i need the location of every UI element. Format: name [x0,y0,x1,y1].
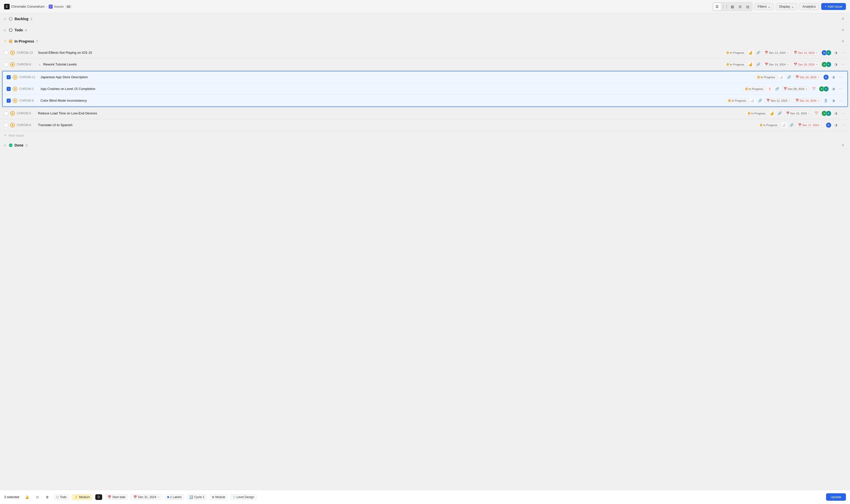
link-icon-chrom8[interactable]: 🔗 [757,97,763,104]
start-date-clear-chrom8[interactable]: × [789,99,790,102]
bottom-notify-btn[interactable]: 🔔 [23,494,31,500]
more-btn-chrom11[interactable]: ··· [838,75,843,79]
theme-icon-chrom5[interactable]: ◑ [833,110,839,116]
more-btn-chrom2[interactable]: ··· [838,87,843,91]
status-tag-chrom11[interactable]: In Progress [755,75,777,79]
start-date-chrom5[interactable]: 📅 Nov 10, 2024 × [784,111,812,116]
add-issue-button[interactable]: + Add Issue [821,3,846,10]
more-btn-chrom9[interactable]: ··· [840,62,846,67]
issue-row-chrom11[interactable]: ✓ CHROM-11 Japanese App Store Descriptio… [3,71,847,83]
due-date-clear-chrom9[interactable]: × [816,63,817,66]
gantt-view-btn[interactable]: ▤ [744,3,752,10]
theme-icon-chrom2[interactable]: ◑ [830,86,836,92]
start-date-clear-chrom5[interactable]: × [808,112,810,115]
group-backlog[interactable]: ▷ Backlog 2 + [0,13,850,24]
checkbox-chrom6[interactable] [4,123,8,127]
avatar-group-icon-chrom8[interactable]: 👤 [823,97,829,104]
more-btn-chrom5[interactable]: ··· [840,111,846,116]
start-date-clear-chrom2[interactable]: × [806,87,807,90]
priority-chrom8[interactable] [750,98,756,104]
start-date-chrom2[interactable]: 📅 Dec 08, 2024 × [782,86,809,91]
issue-row-chrom8[interactable]: ✓ CHROM-8 Color Blind Mode Inconsistency… [3,95,847,107]
group-in-progress[interactable]: ▽ In Progress 7 + [0,36,850,47]
priority-chrom13[interactable] [748,50,754,56]
checkbox-chrom9[interactable] [4,62,8,67]
link-icon-chrom5[interactable]: 🔗 [777,110,783,116]
theme-icon-chrom11[interactable]: ◑ [830,74,836,80]
bottom-assignee-btn[interactable]: D [95,494,102,500]
bottom-module-btn[interactable]: ⧉ Module [210,494,228,500]
link-icon-chrom13[interactable]: 🔗 [755,50,761,56]
bottom-cycle-btn[interactable]: 🔄 Cycle 2 [187,494,206,500]
bottom-priority-btn[interactable]: ⚡ Medium [72,494,92,500]
due-date-clear-chrom11[interactable]: × [818,76,819,79]
bottom-status-btn[interactable]: Todo [54,494,69,500]
bottom-end-date-clear[interactable]: × [158,496,159,499]
link-icon-chrom9[interactable]: 🔗 [755,61,761,68]
status-tag-chrom13[interactable]: In Progress [724,51,746,55]
priority-chrom9[interactable] [748,62,754,67]
due-date-placeholder-chrom2[interactable]: 📅 [811,86,817,92]
more-btn-chrom13[interactable]: ··· [840,51,846,55]
due-date-clear-chrom8[interactable]: × [818,99,819,102]
link-icon-chrom6[interactable]: 🔗 [789,122,795,128]
bottom-archive-btn[interactable]: ⊡ [34,494,41,500]
theme-icon-chrom6[interactable]: ◑ [833,122,839,128]
board-view-btn[interactable]: ⋮⋮ [721,3,728,10]
start-date-clear-chrom13[interactable]: × [787,51,788,54]
issue-row-chrom2[interactable]: ✓ CHROM-2 App Crashes on Level 15 Comple… [3,83,847,95]
more-btn-chrom8[interactable]: ··· [838,98,843,103]
new-issue-row[interactable]: + New Issue [0,131,850,140]
checkbox-chrom11[interactable]: ✓ [7,75,11,79]
bottom-level-design-btn[interactable]: ⬡ Level Design [231,494,256,500]
status-tag-chrom5[interactable]: In Progress [745,111,768,116]
bottom-delete-btn[interactable]: 🗑 [44,494,51,500]
bottom-start-date-btn[interactable]: 📅 Start date [105,494,128,500]
issue-row-chrom13[interactable]: CHROM-13 Sound Effects Not Playing on iO… [0,47,850,59]
due-date-clear-chrom13[interactable]: × [816,51,817,54]
inprogress-add-btn[interactable]: + [840,38,846,44]
filters-button[interactable]: Filters ⌄ [755,3,774,10]
backlog-add-btn[interactable]: + [840,16,846,22]
link-icon-chrom11[interactable]: 🔗 [786,74,792,80]
checkbox-chrom13[interactable] [4,51,8,55]
link-icon-chrom2[interactable]: 🔗 [774,86,780,92]
status-tag-chrom8[interactable]: In Progress [726,98,748,103]
more-btn-chrom6[interactable]: ··· [840,123,846,127]
issue-row-chrom5[interactable]: CHROM-5 Reduce Load Time on Low-End Devi… [0,108,850,119]
checkbox-chrom8[interactable]: ✓ [7,98,11,103]
status-tag-chrom9[interactable]: In Progress [724,62,746,67]
due-date-chrom6[interactable]: 📅 Dec 17, 2024 × [796,123,824,127]
section-breadcrumb[interactable]: ≡ Issues [49,5,64,9]
issue-row-chrom6[interactable]: CHROM-6 Translate UI to Spanish In Progr… [0,119,850,131]
priority-chrom5[interactable] [770,111,775,116]
group-todo[interactable]: ▷ Todo 4 + [0,24,850,36]
priority-chrom11[interactable] [779,74,784,80]
due-date-chrom9[interactable]: 📅 Dec 18, 2024 × [792,62,819,67]
due-date-chrom8[interactable]: 📅 Dec 14, 2024 × [794,98,821,103]
priority-chrom6[interactable] [781,122,787,128]
theme-icon-chrom9[interactable]: ◑ [833,61,839,68]
issue-row-chrom9[interactable]: CHROM-9 › Rework Tutorial Levels In Prog… [0,59,850,70]
due-date-placeholder-chrom5[interactable]: 📅 [813,110,819,116]
display-button[interactable]: Display ⌄ [776,3,797,10]
bottom-end-date-btn[interactable]: 📅 Dec 31, 2024 × [131,494,162,500]
start-date-clear-chrom9[interactable]: × [787,63,788,66]
analytics-button[interactable]: Analytics [799,3,819,10]
due-date-chrom13[interactable]: 📅 Dec 14, 2024 × [792,50,819,55]
done-add-btn[interactable]: + [840,142,846,148]
due-date-chrom11[interactable]: 📅 Dec 16, 2024 × [794,75,821,79]
start-date-chrom9[interactable]: 📅 Dec 14, 2024 × [763,62,790,67]
start-date-chrom13[interactable]: 📅 Dec 13, 2024 × [763,50,790,55]
list-view-btn[interactable]: ☰ [714,3,721,10]
table-view-btn[interactable]: ⊞ [737,3,744,10]
status-tag-chrom2[interactable]: In Progress [743,87,765,91]
checkbox-chrom2[interactable]: ✓ [7,87,11,91]
group-done[interactable]: ▷ ✓ Done 3 + [0,140,850,151]
update-button[interactable]: Update [826,493,846,501]
bottom-labels-btn[interactable]: 1 Labels [165,494,184,500]
theme-icon-chrom13[interactable]: ◑ [833,50,839,56]
todo-add-btn[interactable]: + [840,27,846,33]
calendar-view-btn[interactable]: ▦ [729,3,736,10]
priority-chrom2[interactable]: ! [767,86,773,92]
